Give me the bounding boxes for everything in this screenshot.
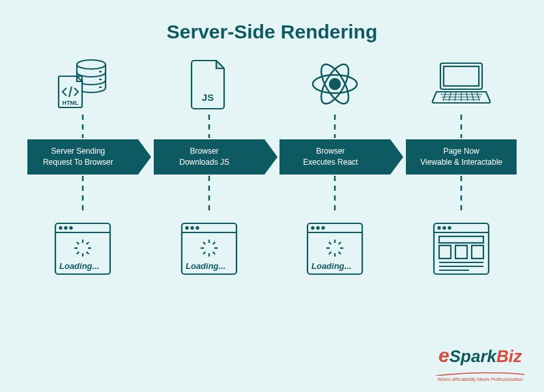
svg-rect-76 (455, 245, 467, 259)
step-label-1: Server Sending Request To Browser (27, 139, 138, 175)
svg-rect-77 (472, 245, 483, 259)
svg-line-53 (329, 252, 332, 255)
step-label-4: Page Now Viewable & Interactable (406, 139, 517, 175)
js-file-icon: JS (186, 55, 232, 113)
svg-line-18 (87, 252, 89, 255)
svg-point-45 (317, 227, 319, 229)
loading-text-3: Loading... (311, 261, 351, 271)
diagram-title: Server-Side Rendering (0, 0, 544, 55)
svg-line-20 (87, 242, 89, 245)
brand-tagline: Where Affordability Meets Professionalis… (435, 377, 526, 382)
svg-point-46 (322, 227, 324, 229)
rendered-page-icon (430, 214, 493, 285)
loading-text-2: Loading... (186, 261, 225, 271)
loading-browser-icon-2: Loading... (178, 214, 240, 285)
laptop-icon (429, 55, 494, 113)
svg-rect-56 (444, 66, 479, 86)
svg-point-12 (70, 227, 72, 229)
svg-point-25 (186, 227, 188, 229)
svg-line-52 (339, 252, 341, 255)
loading-browser-icon-1: Loading... (51, 214, 114, 285)
step-column-3: Browser Executes React Loading... (276, 55, 394, 285)
loading-text-1: Loading... (59, 261, 99, 271)
svg-point-26 (191, 227, 193, 229)
server-html-icon: HTML (53, 55, 112, 113)
svg-point-27 (196, 227, 198, 229)
svg-point-11 (64, 227, 66, 229)
svg-line-19 (77, 252, 79, 255)
brand-name: eSparkBiz (435, 344, 526, 367)
brand-logo: eSparkBiz Where Affordability Meets Prof… (435, 344, 526, 382)
react-icon (306, 55, 364, 113)
svg-line-51 (329, 242, 332, 245)
step-label-3: Browser Executes React (279, 139, 390, 175)
svg-point-10 (59, 227, 61, 229)
svg-line-33 (212, 252, 215, 255)
svg-point-72 (444, 227, 446, 229)
svg-line-35 (212, 242, 215, 245)
html-file-label: HTML (62, 100, 78, 106)
svg-point-44 (312, 227, 314, 229)
js-file-label: JS (201, 92, 213, 103)
loading-browser-icon-3: Loading... (304, 214, 366, 285)
svg-rect-75 (439, 245, 451, 259)
logo-swoosh-icon (435, 372, 526, 376)
svg-line-17 (77, 242, 79, 245)
svg-line-32 (203, 242, 205, 245)
svg-rect-74 (439, 236, 483, 243)
step-label-2: Browser Downloads JS (154, 139, 265, 175)
svg-point-71 (438, 227, 440, 229)
svg-point-36 (330, 79, 340, 89)
svg-line-54 (339, 242, 341, 245)
step-column-4: Page Now Viewable & Interactable (403, 55, 520, 285)
step-column-2: JS Browser Downloads JS Loading... (150, 55, 268, 285)
step-column-1: HTML Server Sending Request To Browser (24, 55, 141, 285)
svg-line-34 (203, 252, 205, 255)
svg-point-73 (449, 227, 451, 229)
svg-point-0 (77, 60, 106, 69)
